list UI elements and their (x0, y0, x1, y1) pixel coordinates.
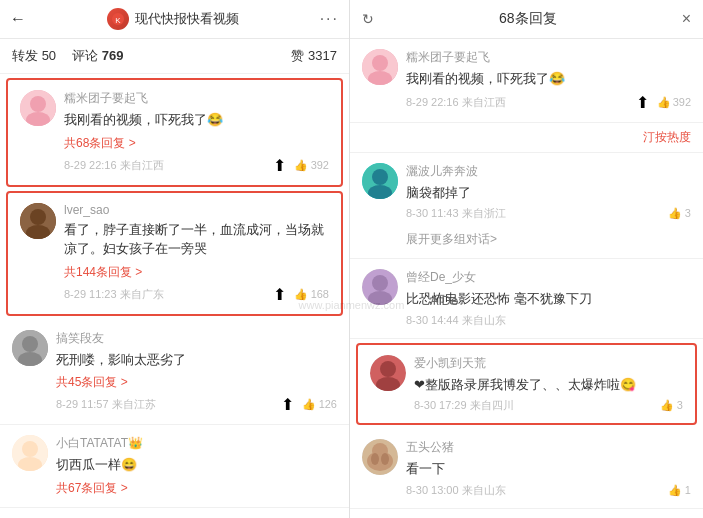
share-icon[interactable]: ⬆ (273, 156, 286, 175)
more-icon[interactable]: ··· (320, 10, 339, 28)
comment-text: 死刑喽，影响太恶劣了 (56, 350, 337, 370)
comment-content: 灑波儿奔奔波 脑袋都掉了 8-30 11:43 来自浙江 👍 3 展开更多组对话… (406, 163, 691, 249)
svg-point-21 (372, 275, 388, 291)
reply-count[interactable]: 共67条回复 > (56, 480, 337, 497)
reply-count[interactable]: 共68条回复 > (64, 135, 329, 152)
original-comment: 糯米团子要起飞 我刚看的视频，吓死我了😂 8-29 22:16 来自江西 ⬆ 👍… (350, 39, 703, 123)
comment-text: 切西瓜一样😄 (56, 455, 337, 475)
share-icon[interactable]: ⬆ (273, 285, 286, 304)
forward-value: 50 (42, 48, 56, 63)
back-icon[interactable]: ← (10, 10, 26, 28)
reply-count[interactable]: 共144条回复 > (64, 264, 329, 281)
comment-meta: 8-29 11:57 来自江苏 (56, 397, 156, 412)
sort-bar[interactable]: 汀按热度 (350, 123, 703, 153)
svg-point-30 (381, 453, 389, 465)
share-icon[interactable]: ⬆ (636, 93, 649, 112)
comment-footer: 8-30 14:44 来自山东 (406, 313, 691, 328)
avatar (362, 49, 398, 85)
comment-actions: ⬆ 👍 392 (636, 93, 691, 112)
comment-content: 糯米团子要起飞 我刚看的视频，吓死我了😂 8-29 22:16 来自江西 ⬆ 👍… (406, 49, 691, 112)
comment-footer: 8-29 11:23 来自广东 ⬆ 👍 168 (64, 285, 329, 304)
reply-item: 灑波儿奔奔波 脑袋都掉了 8-30 11:43 来自浙江 👍 3 展开更多组对话… (350, 153, 703, 260)
comment-meta: 8-30 11:43 来自浙江 (406, 206, 506, 221)
comment-actions: ⬆ 👍 168 (273, 285, 329, 304)
comment-username: 糯米团子要起飞 (64, 90, 329, 107)
comment-meta: 8-30 13:00 来自山东 (406, 483, 506, 498)
avatar (362, 269, 398, 305)
svg-point-3 (30, 96, 46, 112)
comment-footer: 8-30 17:29 来自四川 👍 3 (414, 398, 683, 413)
comment-content: 糯米团子要起飞 我刚看的视频，吓死我了😂 共68条回复 > 8-29 22:16… (64, 90, 329, 175)
replies-list: 灑波儿奔奔波 脑袋都掉了 8-30 11:43 来自浙江 👍 3 展开更多组对话… (350, 153, 703, 519)
like-button[interactable]: 👍 3 (668, 207, 691, 220)
svg-point-18 (372, 169, 388, 185)
svg-point-12 (22, 441, 38, 457)
comment-text: ❤整版路录屏我博发了、、太爆炸啦😋 (414, 375, 683, 395)
comment-actions: ⬆ 👍 392 (273, 156, 329, 175)
like-value: 3317 (308, 48, 337, 63)
svg-point-6 (30, 209, 46, 225)
svg-point-29 (371, 453, 379, 465)
comment-username: 五头公猪 (406, 439, 691, 456)
like-button[interactable]: 👍 1 (668, 484, 691, 497)
comment-footer: 8-29 22:16 来自江西 ⬆ 👍 392 (64, 156, 329, 175)
reply-item: 爱小凯到天荒 ❤整版路录屏我博发了、、太爆炸啦😋 8-30 17:29 来自四川… (356, 343, 697, 426)
replies-title: 68条回复 (499, 10, 557, 28)
reply-item: 五头公猪 看一下 8-30 13:00 来自山东 👍 1 (350, 429, 703, 509)
comment-username: 搞笑段友 (56, 330, 337, 347)
right-panel: ↻ 68条回复 × 糯米团子要起飞 我刚看的视频，吓死我了😂 8-29 22:1… (350, 0, 703, 518)
close-icon[interactable]: × (682, 10, 691, 28)
share-icon[interactable]: ⬆ (281, 395, 294, 414)
like-label: 赞 3317 (291, 47, 337, 65)
comment-meta: 8-29 22:16 来自江西 (406, 95, 506, 110)
comment-actions: ⬆ 👍 126 (281, 395, 337, 414)
svg-point-24 (380, 361, 396, 377)
svg-point-9 (22, 336, 38, 352)
right-header: ↻ 68条回复 × (350, 0, 703, 39)
comment-text: 看了，脖子直接断了一半，血流成河，当场就凉了。妇女孩子在一旁哭 (64, 220, 329, 259)
comment-item: lver_sao 看了，脖子直接断了一半，血流成河，当场就凉了。妇女孩子在一旁哭… (6, 191, 343, 316)
comment-username: lver_sao (64, 203, 329, 217)
comment-label: 评论 769 (72, 47, 123, 65)
comment-text: 比恐怖电影还恐怖 毫不犹豫下刀 (406, 289, 691, 309)
comment-meta: 8-29 22:16 来自江西 (64, 158, 164, 173)
avatar (20, 203, 56, 239)
comment-username: 糯米团子要起飞 (406, 49, 691, 66)
comment-username: 爱小凯到天荒 (414, 355, 683, 372)
avatar (12, 435, 48, 471)
refresh-icon[interactable]: ↻ (362, 11, 374, 27)
comment-content: 曾经De_少女 比恐怖电影还恐怖 毫不犹豫下刀 8-30 14:44 来自山东 (406, 269, 691, 328)
comment-footer: 8-29 22:16 来自江西 ⬆ 👍 392 (406, 93, 691, 112)
avatar (370, 355, 406, 391)
comment-text: 我刚看的视频，吓死我了😂 (406, 69, 691, 89)
app-title: 现代快报快看视频 (135, 10, 239, 28)
app-icon: K (107, 8, 129, 30)
like-button[interactable]: 👍 168 (294, 288, 329, 301)
expand-more[interactable]: 展开更多组对话> (406, 225, 691, 248)
comment-text: 看一下 (406, 459, 691, 479)
svg-text:K: K (115, 16, 121, 25)
comment-content: lver_sao 看了，脖子直接断了一半，血流成河，当场就凉了。妇女孩子在一旁哭… (64, 203, 329, 304)
like-button[interactable]: 👍 3 (660, 399, 683, 412)
title-area: K 现代快报快看视频 (107, 8, 239, 30)
comment-content: 搞笑段友 死刑喽，影响太恶劣了 共45条回复 > 8-29 11:57 来自江苏… (56, 330, 337, 415)
comment-username: 小白TATATAT👑 (56, 435, 337, 452)
comment-meta: 8-29 11:23 来自广东 (64, 287, 164, 302)
stats-left: 转发 50 评论 769 (12, 47, 123, 65)
comment-value: 769 (102, 48, 124, 63)
avatar (362, 439, 398, 475)
avatar (362, 163, 398, 199)
comment-footer: 8-29 11:57 来自江苏 ⬆ 👍 126 (56, 395, 337, 414)
comment-content: 小白TATATAT👑 切西瓜一样😄 共67条回复 > (56, 435, 337, 497)
comment-meta: 8-30 14:44 来自山东 (406, 313, 506, 328)
comment-stats: 转发 50 评论 769 赞 3317 (0, 39, 349, 74)
comment-footer: 8-30 13:00 来自山东 👍 1 (406, 483, 691, 498)
avatar (20, 90, 56, 126)
comment-footer: 8-30 11:43 来自浙江 👍 3 (406, 206, 691, 221)
like-button[interactable]: 👍 392 (294, 159, 329, 172)
comment-username: 灑波儿奔奔波 (406, 163, 691, 180)
left-panel: ← K 现代快报快看视频 ··· 转发 50 评论 769 赞 3317 (0, 0, 350, 518)
like-button[interactable]: 👍 392 (657, 96, 691, 109)
like-button[interactable]: 👍 126 (302, 398, 337, 411)
reply-count[interactable]: 共45条回复 > (56, 374, 337, 391)
